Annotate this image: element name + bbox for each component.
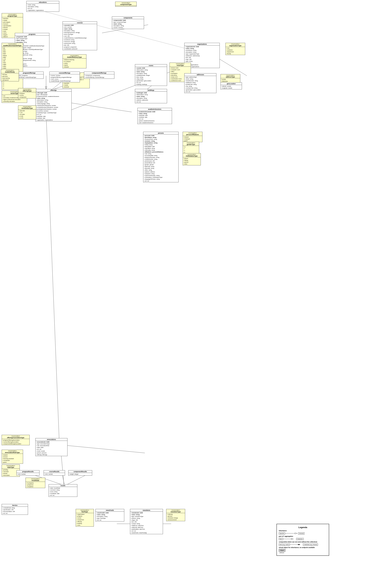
components-title: components xyxy=(123,17,133,19)
persons-title: persons xyxy=(158,132,164,134)
legend-item-eg-box: Item (e.g. room) xyxy=(279,544,290,546)
enum-offassoctype-name: offeringAssociationType xyxy=(7,437,24,438)
enum-programtype-header: «enumeration» programType xyxy=(2,13,23,17)
enum-offtype-name: offeringType xyxy=(23,90,32,92)
enum-statetype-name: stateType xyxy=(7,466,14,468)
enum-offassoctype-header: «enumeration» offeringAssociationType xyxy=(2,435,29,439)
pt-2: master xyxy=(2,19,22,21)
enum-offassoctype-body: programOfferingAssociation courseOfferin… xyxy=(2,439,29,445)
newsitems-box: newsItems newsItemId: UUID name: string … xyxy=(130,509,163,534)
enum-programtype-name: programType xyxy=(8,15,17,17)
enum-feedtype-header: «enumeration» feedType xyxy=(76,509,94,513)
courseresults-header: courseResults xyxy=(44,470,65,473)
offerings-title: offerings xyxy=(50,90,57,91)
enum-offassoctype: «enumeration» offeringAssociationType pr… xyxy=(2,435,30,445)
enum-addrtype-body: postal deliveries xyxy=(221,78,240,83)
programs-title: programs xyxy=(29,33,36,35)
enum-resval-body: pass-fail 1-10 US letter 0-100 1-179 xyxy=(18,110,36,119)
programresults-body: ects: number xyxy=(17,473,39,475)
educations-box: educations name: string description: str… xyxy=(26,1,59,12)
enum-newsitemtype-body: calamity general schedule-change announc… xyxy=(166,513,185,521)
svg-line-10 xyxy=(66,102,132,112)
legend-inheritance-row: Specific General xyxy=(279,532,327,535)
enum-resultstate: «enumeration» resultState in progress po… xyxy=(25,478,45,488)
buildings-box: buildings buildingId: UUID abbreviation:… xyxy=(135,89,167,103)
enum-resval-name: resultValueType xyxy=(22,107,33,109)
enum-modedelivery-name: modeOfDeliveryType xyxy=(67,56,82,58)
enum-offtype-body: program course component xyxy=(18,92,36,98)
courses-box: courses courseId: UUID ects: number name… xyxy=(62,21,97,50)
programofferings-box: programOfferings program: programs modeO… xyxy=(15,72,44,79)
enum-orgtype-body: root institution department faculty xyxy=(226,47,245,55)
enum-comptype-body xyxy=(115,6,136,6)
compoff-header: componentOfferings xyxy=(84,72,114,74)
enum-newsitemtype-name: newsItemType xyxy=(171,511,181,512)
legend-composition-row: Item (e.g. room) Collection (e.g. House) xyxy=(279,543,327,546)
enum-icerelation-body: parent sibling partner other xyxy=(183,157,201,165)
enum-modestudy-header: «enumeration» modeOfStudy xyxy=(1,69,19,73)
academicsessions-body: academicSessionId: UUID name: string sta… xyxy=(138,111,172,124)
enum-modedelivery-body: distance-learning on campus online hybri… xyxy=(63,58,86,68)
courses-body: courseId: UUID ects: number name: string… xyxy=(63,24,97,50)
svg-line-6 xyxy=(67,475,86,484)
courses-title: courses xyxy=(77,22,83,24)
legend-general-box: General xyxy=(298,532,305,535)
educations-title: educations xyxy=(39,1,47,3)
rooms-body: roomId: UUID abbreviation: string name: … xyxy=(135,67,167,86)
organizations-header: organizations xyxy=(184,43,220,45)
rooms-box: rooms roomId: UUID abbreviation: string … xyxy=(135,64,167,86)
svg-marker-18 xyxy=(295,533,297,534)
legend-composition-label: composition (item can not exist without … xyxy=(279,541,327,543)
progoff-title: programOfferings xyxy=(23,72,36,74)
enum-offeringtype: «enumeration» offeringType program cours… xyxy=(18,88,36,99)
programs-header: programs xyxy=(15,33,49,36)
componentofferings-box: componentOfferings component: components… xyxy=(84,72,114,79)
results-title: results xyxy=(61,485,65,486)
progoff-body: program: programs modeOfStudy: modeOfStu… xyxy=(15,74,43,78)
legend-inheritance-label: Inheritance xyxy=(279,530,327,532)
legend-aggregation-label: part of / aggregation xyxy=(279,536,327,537)
legend-aggregation-arrow xyxy=(283,538,296,540)
enum-resval-header: «enumeration» resultValueType xyxy=(18,106,36,110)
enum-newsitemtype: «enumeration» newsItemType calamity gene… xyxy=(166,509,185,521)
educations-field-1: name: string xyxy=(27,4,58,6)
addresses-title: addresses xyxy=(197,74,204,76)
compoff-title: componentOfferings xyxy=(92,72,107,74)
courseoff-title: courseOfferings xyxy=(59,72,70,74)
addresses-body: type: addressType street: string streetN… xyxy=(184,76,216,93)
enum-icerelation-name: ICERelationType xyxy=(186,155,198,157)
svg-line-13 xyxy=(59,445,145,453)
newsitems-header: newsItems xyxy=(130,509,163,512)
associations-body: associationId: UUID type: associationTyp… xyxy=(36,441,67,456)
svg-marker-22 xyxy=(297,544,300,545)
educations-header: educations xyxy=(26,1,59,4)
pt-1: bachelor xyxy=(2,18,22,19)
legend-collection-eg-box: Collection (e.g. House) xyxy=(303,544,318,546)
results-box: results state: resultState comment: stri… xyxy=(49,484,77,497)
pt-4: honours xyxy=(2,23,22,25)
academicsessions-box: academicSessions academicSessionId: UUID… xyxy=(137,108,172,124)
newsfeeds-body: newsFeedId: UUID name: string descriptio… xyxy=(96,512,124,521)
geolocation-box: geoLocation latitude: double longitude: … xyxy=(220,82,242,90)
pt-8: track xyxy=(2,30,22,32)
components-box: components componentId: UUID type: compo… xyxy=(112,16,144,29)
enum-comptype-header: «enumeration» componentType xyxy=(115,2,136,6)
courseoff-body: course: courses programOffering: program… xyxy=(49,74,80,82)
prog-f2: type: programType xyxy=(16,38,49,39)
enum-feedtype: «enumeration» feedType organization prog… xyxy=(76,509,94,527)
enum-icerelation-header: «enumeration» ICERelationType xyxy=(183,153,201,157)
svg-line-14 xyxy=(46,114,59,441)
persons-box: persons personId: UUID givenName: string… xyxy=(143,132,179,182)
offerings-box: offerings offeringId: UUID type: offerin… xyxy=(35,89,72,121)
courseresults-body: ects: number xyxy=(44,473,65,475)
enum-icerelation: «enumeration» ICERelationType parent sib… xyxy=(183,153,201,165)
geolocation-header: geoLocation xyxy=(221,83,242,85)
rooms-title: rooms xyxy=(149,65,153,66)
components-header: components xyxy=(112,17,144,19)
svg-line-12 xyxy=(217,58,247,76)
results-body: state: resultState comment: string score… xyxy=(49,487,77,497)
persons-body: personId: UUID givenName: string surname… xyxy=(143,134,178,182)
legend-aggregation-row: Item Collection xyxy=(279,538,327,540)
service-box: Service contactEmail: string specificati… xyxy=(2,504,28,515)
courseresults-title: courseResults xyxy=(49,471,59,473)
